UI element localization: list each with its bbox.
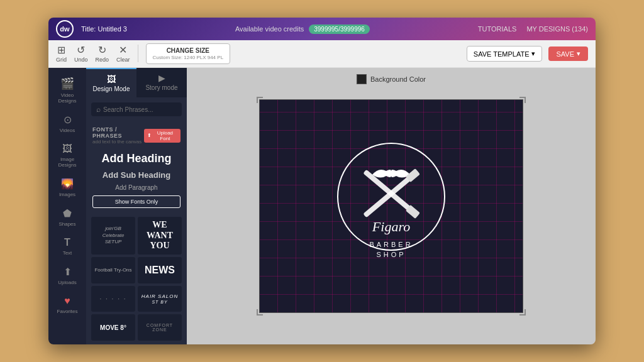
- toolbar-left: ⊞ Grid ↺ Undo ↻ Redo ✕ Clear CHANGE SIZE…: [56, 43, 230, 64]
- bg-color-swatch[interactable]: [357, 74, 367, 84]
- save-label: SAVE: [556, 50, 574, 58]
- font-sample-football[interactable]: Football Try-Ons: [91, 257, 135, 283]
- sidebar-item-label: Image Designs: [53, 156, 81, 168]
- search-bar: ⌕: [91, 102, 182, 116]
- svg-text:BARBER: BARBER: [369, 241, 413, 248]
- uploads-icon: ⬆: [64, 266, 72, 278]
- sidebar-item-label: Uploads: [58, 280, 76, 285]
- toolbar-right: SAVE TEMPLATE ▾ SAVE ▾: [467, 46, 588, 62]
- sidebar-item-favorites[interactable]: ♥ Favorites: [51, 292, 84, 318]
- sidebar-item-label: Images: [59, 192, 75, 197]
- tab-story-mode[interactable]: ▶ Story mode: [136, 68, 187, 97]
- clear-label: Clear: [116, 57, 130, 63]
- add-heading-button[interactable]: Add Heading: [92, 150, 180, 168]
- sidebar-item-video-designs[interactable]: 🎬 Video Designs: [51, 73, 84, 107]
- sidebar-item-image-designs[interactable]: 🖼 Image Designs: [51, 140, 84, 172]
- canvas-area: Background Color: [187, 68, 596, 344]
- show-fonts-button[interactable]: Show Fonts Only: [92, 195, 180, 208]
- save-template-button[interactable]: SAVE TEMPLATE ▾: [467, 46, 543, 62]
- font-sample-label: NEWS: [145, 265, 175, 276]
- app-logo: dw: [56, 20, 74, 38]
- save-dropdown-icon: ▾: [577, 50, 580, 58]
- favorites-icon: ♥: [64, 295, 70, 307]
- font-sample-label: · · · · ·: [99, 295, 126, 302]
- toolbar-divider: [138, 45, 138, 62]
- change-size-sub: Custom Size: 1240 PLX 944 PL: [153, 55, 224, 61]
- fonts-title: FONTS / PHRASES: [92, 126, 144, 139]
- main-content: 🎬 Video Designs ⊙ Videos 🖼 Image Designs…: [48, 68, 596, 344]
- fonts-subtitle: add text to the canvas: [92, 139, 144, 145]
- font-sample-bold-serif[interactable]: WEWANTYOU: [138, 217, 182, 255]
- sidebar-item-images[interactable]: 🌄 Images: [51, 174, 84, 201]
- canvas-frame[interactable]: Figaro BARBER SHOP: [259, 99, 523, 313]
- image-designs-icon: 🖼: [62, 143, 72, 155]
- redo-label: Redo: [96, 57, 109, 63]
- sidebar-item-shapes[interactable]: ⬟ Shapes: [51, 204, 84, 231]
- design-mode-icon: 🖼: [107, 74, 116, 84]
- tab-design-mode[interactable]: 🖼 Design Mode: [86, 68, 136, 97]
- font-sample-dots[interactable]: · · · · ·: [91, 286, 135, 312]
- add-paragraph-button[interactable]: Add Paragraph: [92, 182, 180, 193]
- top-bar: dw Title: Untitled 3 Available video cre…: [48, 18, 596, 40]
- corner-handle-tr: [519, 97, 526, 103]
- grid-button[interactable]: ⊞ Grid: [56, 44, 67, 63]
- redo-button[interactable]: ↻ Redo: [96, 44, 109, 63]
- bg-color-label: Background Color: [370, 75, 426, 83]
- search-input[interactable]: [103, 106, 183, 113]
- undo-button[interactable]: ↺ Undo: [74, 44, 88, 63]
- corner-handle-br: [519, 309, 526, 315]
- videos-icon: ⊙: [64, 114, 72, 126]
- undo-label: Undo: [74, 57, 88, 63]
- left-panel: 🖼 Design Mode ▶ Story mode ⌕ FONTS / PHR…: [86, 68, 187, 344]
- font-sample-hair-salon[interactable]: HAIR SALONST BY: [138, 286, 182, 312]
- video-designs-icon: 🎬: [60, 77, 74, 90]
- upload-icon: ⬆: [147, 133, 152, 138]
- my-designs-link[interactable]: MY DESIGNS (134): [526, 25, 588, 33]
- font-sample-label: WEWANTYOU: [147, 220, 173, 251]
- undo-icon: ↺: [77, 44, 85, 56]
- save-button[interactable]: SAVE ▾: [548, 47, 588, 61]
- fonts-header: FONTS / PHRASES add text to the canvas ⬆…: [92, 126, 180, 145]
- font-sample-label: MOVE 8°: [100, 324, 126, 331]
- sidebar-item-label: Videos: [60, 128, 75, 133]
- images-icon: 🌄: [61, 178, 74, 190]
- clear-icon: ✕: [119, 44, 127, 56]
- sidebar-item-uploads[interactable]: ⬆ Uploads: [51, 262, 84, 289]
- change-size-button[interactable]: CHANGE SIZE Custom Size: 1240 PLX 944 PL: [146, 43, 231, 64]
- sidebar-item-videos[interactable]: ⊙ Videos: [51, 110, 84, 137]
- font-sample-label: Football Try-Ons: [94, 267, 131, 273]
- font-sample-comfort[interactable]: COMFORT ZONE: [138, 314, 182, 341]
- story-mode-label: Story mode: [145, 84, 177, 91]
- font-sample-move[interactable]: MOVE 8°: [91, 314, 135, 341]
- app-window: dw Title: Untitled 3 Available video cre…: [48, 18, 596, 344]
- credits-area: Available video credits 3999995/3999996: [135, 25, 470, 34]
- clear-button[interactable]: ✕ Clear: [116, 44, 130, 63]
- redo-icon: ↻: [98, 44, 106, 56]
- credits-badge: 3999995/3999996: [309, 25, 370, 34]
- sidebar-item-label: Text: [63, 250, 72, 256]
- shapes-icon: ⬟: [63, 207, 72, 219]
- change-size-title: CHANGE SIZE: [153, 47, 224, 55]
- tutorials-link[interactable]: TUTORIALS: [478, 25, 517, 33]
- credits-label: Available video credits: [235, 25, 304, 33]
- save-template-dropdown-icon: ▾: [531, 50, 535, 58]
- upload-font-button[interactable]: ⬆ Upload Font: [144, 129, 180, 143]
- font-sample-italic[interactable]: join'GBCelebrateSETUP: [91, 217, 135, 255]
- grid-icon: ⊞: [57, 44, 65, 56]
- font-sample-label: HAIR SALONST BY: [142, 293, 178, 305]
- sidebar-item-text[interactable]: T Text: [51, 233, 84, 260]
- corner-handle-bl: [257, 309, 263, 315]
- sidebar-item-label: Shapes: [58, 221, 75, 227]
- sidebar-icons: 🎬 Video Designs ⊙ Videos 🖼 Image Designs…: [48, 68, 86, 344]
- mode-tabs: 🖼 Design Mode ▶ Story mode: [86, 68, 187, 97]
- fonts-section: FONTS / PHRASES add text to the canvas ⬆…: [86, 121, 187, 213]
- sidebar-item-label: Video Designs: [53, 92, 81, 104]
- save-template-label: SAVE TEMPLATE: [474, 50, 530, 58]
- add-sub-heading-button[interactable]: Add Sub Heading: [92, 168, 180, 182]
- svg-text:SHOP: SHOP: [376, 251, 406, 258]
- document-title: Title: Untitled 3: [81, 25, 127, 33]
- grid-label: Grid: [56, 57, 67, 63]
- font-sample-news[interactable]: NEWS: [138, 257, 182, 283]
- font-grid: join'GBCelebrateSETUP WEWANTYOU Football…: [86, 213, 187, 344]
- search-icon: ⌕: [96, 105, 101, 114]
